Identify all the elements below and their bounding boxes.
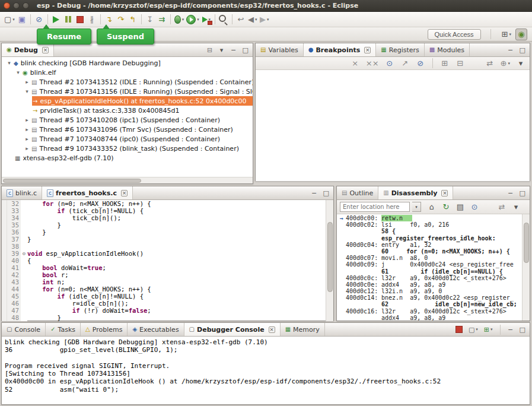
show-breakpoints-supported-button[interactable]: ⊙ (384, 58, 396, 69)
code-line[interactable]: if (tick_cb[n]!=NULL) { (27, 207, 326, 214)
external-tools-button[interactable]: ▾ (200, 14, 212, 26)
home-button[interactable]: ⌂ (426, 201, 438, 213)
code-line[interactable]: { (27, 257, 326, 264)
instruction-stepping-button[interactable]: ⇉ (156, 14, 168, 26)
link-with-debug-view-button[interactable]: ⇄ (484, 58, 496, 69)
debug-tree-item[interactable]: ▾◆blink checking [GDB Hardware Debugging… (2, 58, 253, 68)
terminate-button[interactable] (454, 325, 464, 334)
expander-open-icon[interactable]: ▾ (5, 60, 13, 66)
disassembly-line[interactable]: 400d0c09:j 0x400d0c24 <esp_register_free (337, 261, 522, 268)
tab-blink-c[interactable]: cblink.c (2, 186, 42, 199)
disassembly-line[interactable]: 400d0c14:bnez.n a9, 0x400d0c22 <esp_regi… (337, 294, 522, 301)
tab-debugger-console[interactable]: ▢Debugger Console× (184, 323, 281, 336)
disassembly-lines[interactable]: →400d0c00:retw.n400d0c02:lsi f0, a0, 216… (337, 214, 522, 321)
disassembly-line[interactable]: 62 idle_cb[n]=new_idle_cb; (337, 301, 522, 307)
save-button[interactable]: ▣ (16, 14, 28, 26)
debug-tree-item[interactable]: ▸▤Thread #5 1073410208 (ipc1) (Suspended… (2, 115, 253, 125)
skip-all-breakpoints-button[interactable]: ⊘ (415, 58, 426, 69)
code-line[interactable]: r=idle_cb[n](); (27, 300, 326, 307)
fold-collapse-icon[interactable]: ⊖ (21, 250, 27, 257)
expander-closed-icon[interactable]: ▸ (23, 145, 31, 151)
expander-closed-icon[interactable]: ▸ (23, 126, 31, 132)
tab-executables[interactable]: ◈Executables (128, 323, 184, 336)
code-line[interactable]: tick_cb[n](); (27, 214, 326, 221)
console-output[interactable]: blink checking [GDB Hardware Debugging] … (2, 337, 530, 404)
disassembly-line[interactable]: 400d0c0e:addx4 a9, a8, a9 (337, 281, 522, 288)
maximize-button[interactable]: □ (518, 188, 527, 198)
drop-to-frame-button[interactable]: ↧ (144, 14, 156, 26)
display-selected-console-button[interactable]: ▢▾ (467, 325, 479, 334)
disassembly-line[interactable]: 400d0c02:lsi f0, a0, 216 (337, 221, 522, 228)
window-minimize-button[interactable] (13, 2, 20, 9)
forward-button[interactable]: ▶▾ (259, 14, 270, 26)
refresh-button[interactable]: ↻ (440, 201, 452, 213)
step-into-button[interactable]: ↴ (103, 14, 115, 26)
quick-access-button[interactable]: Quick Access (428, 29, 481, 40)
add-breakpoint-button[interactable]: ⊕▾ (499, 58, 511, 69)
code-line[interactable]: } (27, 236, 326, 243)
maximize-button[interactable]: □ (241, 45, 250, 55)
code-line[interactable]: void esp_vApplicationIdleHook() (27, 250, 326, 257)
remove-selected-breakpoints-button[interactable]: × (349, 58, 361, 69)
disassembly-line[interactable]: 400d0c12:l32i.n a9, a9, 0 (337, 288, 522, 294)
code-line[interactable]: bool doWait=true; (27, 264, 326, 271)
step-return-button[interactable]: ↰ (127, 14, 139, 26)
debug-tree-item[interactable]: ▸▤Thread #9 1073433352 (blink_task) (Sus… (2, 144, 253, 153)
last-edit-location-button[interactable]: ↩ (235, 14, 247, 26)
maximize-button[interactable]: □ (322, 188, 330, 198)
maximize-button[interactable]: □ (518, 325, 527, 334)
code-line[interactable]: if (!r) doWait=false; (27, 307, 326, 314)
debug-horizontal-scrollbar[interactable] (2, 177, 253, 183)
disassembly-line[interactable]: 400d0c16:l32r a9, 0x400d012c <_stext+276… (337, 308, 522, 315)
tab-freertos-hooks-c[interactable]: cfreertos_hooks.c× (42, 186, 133, 199)
show-source-button[interactable]: ▤ (454, 201, 466, 213)
window-close-button[interactable] (4, 2, 10, 9)
step-over-button[interactable]: ↷ (115, 14, 127, 26)
code-line[interactable] (27, 243, 326, 250)
tab-problems[interactable]: △Problems (81, 323, 128, 336)
disassembly-line[interactable]: 58 { (337, 228, 522, 234)
search-button[interactable] (218, 14, 230, 26)
debug-tree-item[interactable]: ▸▤Thread #6 1073431096 (Tmr Svc) (Suspen… (2, 125, 253, 134)
location-input[interactable] (340, 202, 410, 212)
view-menu-button[interactable]: ▾ (218, 45, 226, 55)
code-line[interactable]: } (27, 229, 326, 236)
view-menu-button[interactable]: ▾ (515, 58, 527, 69)
close-tab-icon[interactable]: × (441, 190, 448, 196)
back-button[interactable]: ◀▾ (247, 14, 259, 26)
tab-debug[interactable]: ◉Debug× (2, 43, 54, 56)
scrollbar-thumb[interactable] (327, 222, 333, 292)
expander-closed-icon[interactable]: ▸ (23, 136, 31, 142)
disassembly-line[interactable]: esp_register_freertos_idle_hook: (337, 235, 522, 242)
skip-all-breakpoints-button[interactable]: ⊘ (33, 14, 45, 26)
minimize-button[interactable]: ─ (506, 325, 515, 334)
disassembly-line[interactable]: 400d0c04:entry a1, 32 (337, 242, 522, 248)
debug-tree-item[interactable]: →esp_vApplicationIdleHook() at freertos_… (2, 96, 253, 106)
view-menu-button[interactable]: ▾ (510, 201, 522, 213)
location-dropdown-icon[interactable]: ▾ (412, 202, 421, 212)
disassembly-vertical-scrollbar[interactable] (522, 214, 530, 321)
tab-breakpoints[interactable]: ●Breakpoints× (304, 43, 377, 56)
tab-variables[interactable]: ▤Variables (256, 43, 304, 56)
open-perspective-button[interactable]: ⊞▾ (501, 28, 512, 40)
remove-all-breakpoints-button[interactable]: ×× (365, 58, 380, 69)
expander-open-icon[interactable]: ▾ (14, 69, 22, 75)
scrollbar-thumb[interactable] (524, 223, 529, 263)
code-line[interactable]: } (27, 221, 326, 229)
debug-tree-item[interactable]: ▸▤Thread #2 1073413512 (IDLE : Running) … (2, 77, 253, 87)
tab-outline[interactable]: ▤Outline (337, 186, 378, 199)
code-line[interactable]: bool r; (27, 271, 326, 278)
maximize-button[interactable]: □ (518, 45, 527, 55)
minimize-button[interactable]: ─ (230, 45, 238, 55)
disconnect-button[interactable]: ∦ (86, 14, 98, 26)
debug-tree-item[interactable]: ▾▤Thread #3 1073413156 (IDLE : Running) … (2, 87, 253, 96)
code-line[interactable]: int n; (27, 278, 326, 286)
debug-tree-item[interactable]: →prvIdleTask() at tasks.c:3,338 0x400845… (2, 106, 253, 115)
minimize-button[interactable]: ─ (506, 188, 515, 198)
code-editor[interactable]: 3233343536373839404142434445464748 ⊖ for… (2, 200, 333, 321)
code-line[interactable]: } (27, 314, 326, 321)
new-wizard-button[interactable]: ▢▾ (3, 14, 16, 26)
tab-console[interactable]: ▢Console (2, 323, 46, 336)
terminate-button[interactable] (74, 14, 86, 26)
debug-tree-item[interactable]: ▸▤Thread #7 1073408744 (ipc0) (Suspended… (2, 134, 253, 144)
